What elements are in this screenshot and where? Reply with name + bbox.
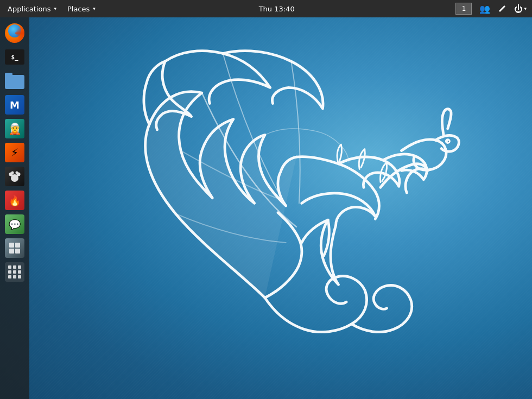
workspace-switcher[interactable]: 1 bbox=[452, 0, 475, 17]
screenshot-button[interactable] bbox=[495, 0, 510, 17]
svg-point-10 bbox=[447, 140, 449, 142]
panel-right: 1 👥 ⏻ ▾ bbox=[452, 0, 530, 17]
svg-rect-8 bbox=[15, 249, 20, 254]
grid-icon bbox=[8, 242, 21, 255]
sidebar-item-maltego[interactable]: M bbox=[3, 93, 26, 116]
sidebar-item-burpsuite[interactable]: ⚡ bbox=[3, 141, 26, 164]
app-red-icon: 🔥 bbox=[5, 191, 24, 210]
svg-rect-6 bbox=[15, 243, 20, 248]
pencil-icon bbox=[498, 4, 506, 13]
app-black-icon bbox=[5, 167, 24, 186]
maltego-icon: M bbox=[5, 95, 24, 115]
applications-arrow: ▾ bbox=[54, 6, 56, 11]
sidebar-item-app-black[interactable] bbox=[3, 165, 26, 188]
launcher-icon bbox=[5, 262, 24, 282]
power-icon: ⏻ bbox=[514, 4, 523, 14]
paw-icon bbox=[7, 169, 22, 184]
panel-center: Thu 13:40 bbox=[101, 5, 453, 13]
kali-dragon bbox=[29, 17, 532, 399]
svg-point-4 bbox=[16, 172, 18, 174]
sidebar-item-firefox[interactable] bbox=[3, 22, 26, 45]
sidebar: $_ M 🧝 ⚡ bbox=[0, 17, 29, 399]
sidebar-item-launcher[interactable] bbox=[3, 261, 26, 283]
workspace-number[interactable]: 1 bbox=[455, 3, 472, 15]
users-button[interactable]: 👥 bbox=[476, 0, 493, 17]
fairy-icon: 🧝 bbox=[5, 119, 24, 138]
applications-menu[interactable]: Applications ▾ bbox=[2, 0, 62, 17]
app-green-icon: 💬 bbox=[5, 214, 24, 234]
terminal-icon: $_ bbox=[5, 49, 24, 65]
sidebar-item-fairy[interactable]: 🧝 bbox=[3, 117, 26, 140]
firefox-icon bbox=[5, 23, 24, 43]
svg-point-3 bbox=[11, 172, 14, 174]
sidebar-item-terminal[interactable]: $_ bbox=[3, 46, 26, 68]
dragon-svg bbox=[96, 46, 465, 371]
desktop: Applications ▾ Places ▾ Thu 13:40 1 👥 bbox=[0, 0, 532, 399]
top-panel: Applications ▾ Places ▾ Thu 13:40 1 👥 bbox=[0, 0, 532, 17]
panel-left: Applications ▾ Places ▾ bbox=[2, 0, 101, 17]
power-arrow: ▾ bbox=[524, 6, 527, 11]
places-menu[interactable]: Places ▾ bbox=[62, 0, 101, 17]
svg-rect-7 bbox=[9, 249, 14, 254]
users-icon: 👥 bbox=[479, 4, 490, 14]
power-button[interactable]: ⏻ ▾ bbox=[511, 0, 530, 17]
clock[interactable]: Thu 13:40 bbox=[259, 5, 295, 13]
svg-rect-5 bbox=[9, 243, 14, 248]
sidebar-item-app-red[interactable]: 🔥 bbox=[3, 189, 26, 212]
sidebar-item-app-grid[interactable] bbox=[3, 237, 26, 259]
applications-label: Applications bbox=[8, 5, 50, 13]
app-grid-icon bbox=[5, 238, 24, 258]
places-label: Places bbox=[67, 5, 90, 13]
sidebar-item-files[interactable] bbox=[3, 69, 26, 92]
folder-icon bbox=[5, 73, 24, 89]
burpsuite-icon: ⚡ bbox=[5, 143, 24, 162]
sidebar-item-app-green[interactable]: 💬 bbox=[3, 213, 26, 236]
places-arrow: ▾ bbox=[93, 6, 96, 11]
